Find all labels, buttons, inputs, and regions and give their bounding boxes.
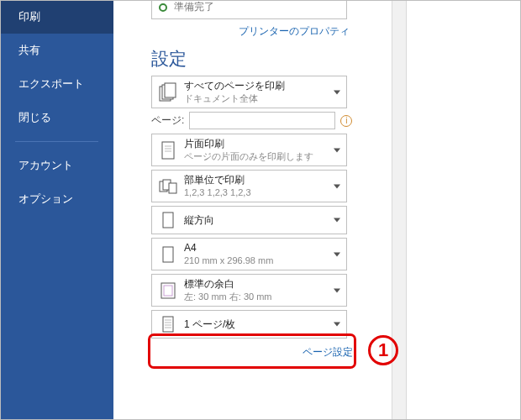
chevron-down-icon — [334, 184, 340, 188]
status-dot-icon — [159, 3, 167, 12]
page-blank-icon — [157, 242, 179, 267]
pages-label: ページ: — [151, 113, 184, 128]
collate-icon — [157, 174, 179, 199]
chevron-down-icon — [334, 218, 340, 223]
printer-status-text: 準備完了 — [174, 0, 214, 14]
page-single-side-icon — [157, 138, 179, 163]
info-icon[interactable]: i — [340, 115, 352, 127]
print-range-dropdown[interactable]: すべてのページを印刷 ドキュメント全体 — [151, 76, 347, 108]
svg-rect-10 — [163, 213, 173, 228]
chevron-down-icon — [334, 323, 340, 327]
chevron-down-icon — [334, 252, 340, 256]
collate-dropdown[interactable]: 部単位で印刷 1,2,3 1,2,3 1,2,3 — [151, 170, 347, 202]
option-subtitle: ドキュメント全体 — [184, 92, 341, 105]
chevron-down-icon — [334, 288, 340, 292]
document-stack-icon — [157, 80, 179, 105]
paper-size-dropdown[interactable]: A4 210 mm x 296.98 mm — [151, 238, 347, 270]
page-lines-icon — [157, 313, 179, 335]
backstage-sidebar: 印刷 共有 エクスポート 閉じる アカウント オプション — [0, 0, 113, 420]
duplex-dropdown[interactable]: 片面印刷 ページの片面のみを印刷します — [151, 134, 347, 166]
sidebar-item-print[interactable]: 印刷 — [0, 0, 113, 34]
margins-icon — [157, 278, 179, 303]
option-subtitle: ページの片面のみを印刷します — [184, 150, 341, 163]
sidebar-item-label: オプション — [18, 192, 73, 205]
sidebar-item-export[interactable]: エクスポート — [0, 67, 113, 101]
option-title: 1 ページ/枚 — [184, 318, 341, 331]
settings-heading: 設定 — [151, 47, 392, 71]
portrait-icon — [157, 209, 179, 231]
option-title: 縦方向 — [184, 213, 341, 227]
pages-field-row: ページ: i — [151, 112, 392, 129]
sidebar-item-close[interactable]: 閉じる — [0, 101, 113, 134]
sidebar-item-label: 閉じる — [18, 111, 51, 123]
page-setup-link[interactable]: ページ設定 — [113, 345, 392, 360]
sidebar-item-label: 印刷 — [18, 10, 40, 23]
print-settings-panel: 準備完了 プリンターのプロパティ 設定 すべてのページを印刷 ドキュメント全体 … — [113, 0, 392, 420]
option-title: 標準の余白 — [184, 277, 341, 291]
svg-rect-13 — [164, 286, 172, 296]
chevron-down-icon — [334, 148, 340, 152]
sidebar-divider — [15, 141, 98, 142]
option-title: すべてのページを印刷 — [184, 79, 341, 92]
sidebar-item-label: エクスポート — [18, 77, 84, 90]
sidebar-item-share[interactable]: 共有 — [0, 34, 113, 67]
svg-rect-9 — [169, 183, 176, 193]
sidebar-item-label: 共有 — [18, 44, 40, 56]
annotation-number-circle: 1 — [368, 335, 398, 365]
svg-rect-3 — [162, 142, 174, 159]
option-subtitle: 210 mm x 296.98 mm — [184, 255, 341, 267]
chevron-down-icon — [334, 90, 340, 94]
printer-status-row[interactable]: 準備完了 — [151, 0, 347, 19]
sidebar-item-account[interactable]: アカウント — [0, 149, 113, 182]
pages-per-sheet-dropdown[interactable]: 1 ページ/枚 — [151, 310, 347, 339]
orientation-dropdown[interactable]: 縦方向 — [151, 206, 347, 234]
option-title: 部単位で印刷 — [184, 173, 341, 186]
option-subtitle: 左: 30 mm 右: 30 mm — [184, 291, 341, 303]
svg-rect-14 — [163, 317, 173, 332]
sidebar-item-options[interactable]: オプション — [0, 182, 113, 216]
svg-rect-11 — [163, 247, 173, 262]
sidebar-item-label: アカウント — [18, 159, 73, 171]
option-title: A4 — [184, 241, 341, 255]
svg-rect-2 — [165, 83, 176, 97]
option-title: 片面印刷 — [184, 137, 341, 150]
pages-input[interactable] — [189, 112, 335, 129]
margins-dropdown[interactable]: 標準の余白 左: 30 mm 右: 30 mm — [151, 274, 347, 307]
option-subtitle: 1,2,3 1,2,3 1,2,3 — [184, 186, 341, 199]
printer-properties-link[interactable]: プリンターのプロパティ — [113, 24, 388, 39]
